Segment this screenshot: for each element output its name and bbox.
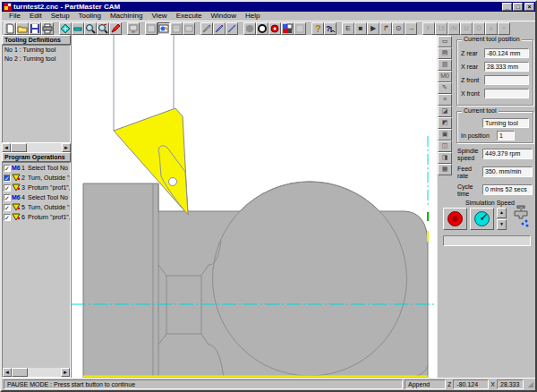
program-h-scrollbar[interactable]: ◄ ► (3, 368, 70, 377)
fn-button-5[interactable]: O (473, 22, 485, 35)
menu-help[interactable]: Help (241, 12, 264, 21)
list-item[interactable]: No 2 : Turning tool (3, 55, 70, 64)
pen-blue-button[interactable] (213, 22, 226, 35)
resize-grip-icon[interactable]: ◢ (525, 380, 533, 389)
sim-tool-button-5[interactable]: ✎ (438, 82, 452, 94)
fn-7-icon: + (502, 25, 506, 32)
context-help-button[interactable]: ? (324, 22, 337, 35)
fn-button-4[interactable]: U (460, 22, 473, 35)
speed-up-button[interactable]: ▲ (497, 208, 507, 218)
list-item[interactable]: No 1 : Turning tool (3, 46, 70, 55)
checkbox-icon[interactable]: ✓ (4, 165, 11, 172)
monitor-button[interactable] (127, 22, 140, 35)
checkbox-icon[interactable]: ✓ (4, 214, 11, 221)
sim-tool-button-8[interactable]: ◩ (438, 117, 452, 129)
scroll-right-icon[interactable]: ► (62, 143, 71, 152)
checkbox-icon[interactable]: ✓ (4, 175, 11, 182)
operation-row[interactable]: ✓ 5 Turn, Outside "pr (3, 202, 70, 212)
sim-tool-button-12[interactable]: ▦ (438, 164, 452, 175)
exec-time-button[interactable]: ⊙ (392, 22, 405, 35)
sim-tool-button-2[interactable]: ▤ (438, 47, 452, 59)
menu-file[interactable]: File (4, 12, 25, 21)
sim-tool-button-10[interactable]: ◫ (438, 141, 452, 152)
close-button[interactable]: × (524, 3, 534, 11)
simulate-button[interactable] (158, 22, 170, 35)
menu-window[interactable]: Window (207, 12, 241, 21)
speed-down-button[interactable]: ▼ (497, 219, 507, 230)
edit-pencil-button[interactable] (109, 22, 122, 35)
sim-tool-button-6[interactable]: ≡ (438, 94, 452, 106)
program-operations-list[interactable]: ✓ M6 1 Select Tool No 1 ✓ 2 Turn, Outsid… (2, 162, 71, 378)
checkbox-icon[interactable]: ✓ (4, 204, 11, 211)
tooling-h-scrollbar[interactable]: ◄ ► (2, 143, 71, 152)
zoom-in-button[interactable] (84, 22, 97, 35)
menu-machining[interactable]: Machining (106, 12, 147, 21)
line-button[interactable] (226, 22, 238, 35)
op-label: Turn, Outside "pr (28, 175, 70, 181)
checkbox-icon[interactable]: ✓ (4, 194, 11, 201)
operation-row[interactable]: ✓ M6 1 Select Tool No 1 (3, 163, 70, 173)
scrollbar-thumb[interactable] (12, 368, 28, 377)
scroll-right-icon[interactable]: ► (61, 368, 70, 377)
setup-3-button[interactable] (183, 22, 195, 35)
fn-button-6[interactable]: ≥ (485, 22, 498, 35)
help-button[interactable]: ? (311, 22, 324, 35)
minimize-button[interactable]: _ (502, 3, 512, 11)
fn-button-2[interactable]: 15 (435, 22, 448, 35)
exec-stop-button[interactable]: ■ (354, 22, 367, 35)
dot-red-button[interactable] (268, 22, 281, 35)
op-label: Select Tool No 1 (28, 165, 70, 171)
scrollbar-thumb[interactable] (11, 143, 27, 152)
exec-jump-button[interactable]: ↱ (379, 22, 392, 35)
menu-view[interactable]: View (147, 12, 171, 21)
op-number: 1 (21, 165, 28, 171)
fn-button-7[interactable]: + (498, 22, 510, 35)
sim-tool-button-3[interactable]: ▥ (438, 59, 452, 71)
scroll-left-icon[interactable]: ◄ (3, 368, 12, 377)
fn-button-1[interactable]: F (422, 22, 435, 35)
dot-gray-button[interactable] (243, 22, 256, 35)
dot-ring-button[interactable] (256, 22, 268, 35)
fn-button-3[interactable]: /N (448, 22, 460, 35)
simulation-canvas[interactable] (72, 35, 437, 378)
pen-gray-button[interactable] (200, 22, 213, 35)
zoom-out-button[interactable] (72, 22, 84, 35)
z-axis-label: Z (448, 379, 451, 389)
sim-tool-button-9[interactable]: ▣ (438, 129, 452, 141)
menu-tooling[interactable]: Tooling (74, 12, 106, 21)
print-button[interactable] (41, 22, 54, 35)
zoom-window-button[interactable] (97, 22, 109, 35)
operation-row[interactable]: ✓ M6 4 Select Tool No 2 (3, 192, 70, 202)
exec-step-button[interactable]: → (405, 22, 417, 35)
title-bar[interactable]: turntest2.cnc - PartMaster CAM _ □ × (2, 2, 535, 12)
maximize-button[interactable]: □ (513, 3, 523, 11)
sim-tool-button-4[interactable]: M0 (438, 71, 452, 82)
operation-row[interactable]: ✓ 6 Proturn "prof1", F (3, 212, 70, 222)
menu-setup[interactable]: Setup (47, 12, 74, 21)
save-button[interactable] (29, 22, 41, 35)
scroll-left-icon[interactable]: ◄ (2, 143, 11, 152)
exec-start-button[interactable]: ▶ (367, 22, 379, 35)
operation-row[interactable]: ✓ 2 Turn, Outside "pr (3, 173, 70, 183)
workpiece-body (83, 182, 428, 378)
stop-button[interactable] (443, 208, 467, 230)
exec-edit-button[interactable]: E (342, 22, 354, 35)
setup-1-button[interactable] (145, 22, 158, 35)
left-panel: Tooling Definitions No 1 : Turning tool … (2, 35, 72, 378)
tooling-definitions-list[interactable]: No 1 : Turning tool No 2 : Turning tool (2, 45, 71, 143)
setup-2-button[interactable] (170, 22, 183, 35)
checkbox-icon[interactable]: ✓ (4, 184, 11, 192)
operation-row[interactable]: ✓ 3 Proturn "prof1", F (3, 183, 70, 192)
sim-tool-button-1[interactable]: ▭ (438, 36, 452, 47)
coolant-tap-icon[interactable] (509, 205, 534, 228)
menu-execute[interactable]: Execute (172, 12, 207, 21)
sim-tool-button-11[interactable]: ◨ (438, 152, 452, 164)
sim-tool-button-7[interactable]: ◪ (438, 106, 452, 117)
open-button[interactable] (16, 22, 29, 35)
pan-button[interactable] (59, 22, 72, 35)
chuck-grid-button[interactable] (281, 22, 294, 35)
blank-button[interactable] (294, 22, 306, 35)
new-button[interactable] (4, 22, 16, 35)
menu-edit[interactable]: Edit (25, 12, 47, 21)
speed-gauge-button[interactable] (470, 208, 494, 230)
